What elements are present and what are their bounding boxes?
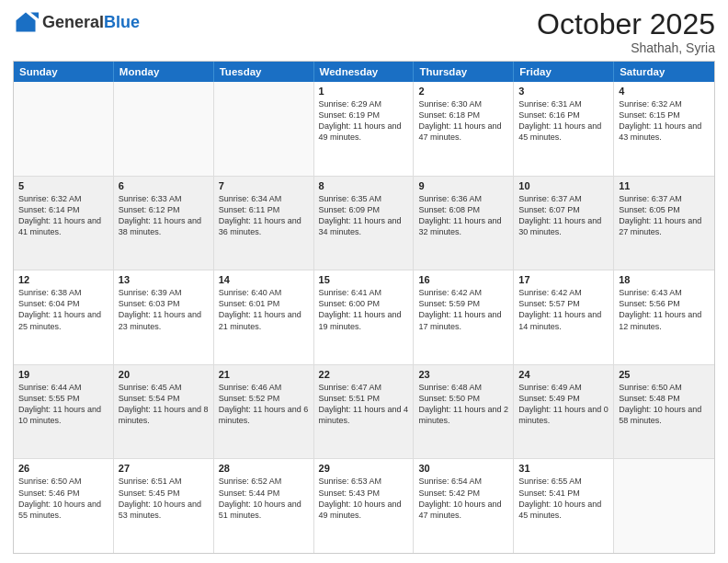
day-number: 21 <box>219 369 309 380</box>
cell-info: Sunrise: 6:30 AM Sunset: 6:18 PM Dayligh… <box>418 98 508 144</box>
day-number: 9 <box>418 180 508 191</box>
calendar-cell: 8Sunrise: 6:35 AM Sunset: 6:09 PM Daylig… <box>314 177 415 270</box>
calendar-cell: 30Sunrise: 6:54 AM Sunset: 5:42 PM Dayli… <box>414 459 514 553</box>
calendar-cell: 12Sunrise: 6:38 AM Sunset: 6:04 PM Dayli… <box>14 270 114 364</box>
header-saturday: Saturday <box>614 62 714 82</box>
day-number: 11 <box>619 180 710 191</box>
calendar-cell: 13Sunrise: 6:39 AM Sunset: 6:03 PM Dayli… <box>114 270 214 364</box>
day-number: 28 <box>219 463 309 474</box>
day-number: 5 <box>18 180 108 191</box>
calendar-cell: 3Sunrise: 6:31 AM Sunset: 6:16 PM Daylig… <box>514 82 614 176</box>
cell-info: Sunrise: 6:48 AM Sunset: 5:50 PM Dayligh… <box>418 382 508 427</box>
calendar-cell: 15Sunrise: 6:41 AM Sunset: 6:00 PM Dayli… <box>314 270 415 364</box>
cell-info: Sunrise: 6:44 AM Sunset: 5:55 PM Dayligh… <box>18 382 108 427</box>
location: Shathah, Syria <box>537 40 715 55</box>
calendar-cell: 23Sunrise: 6:48 AM Sunset: 5:50 PM Dayli… <box>414 365 514 459</box>
calendar-cell <box>614 459 714 553</box>
calendar-cell: 18Sunrise: 6:43 AM Sunset: 5:56 PM Dayli… <box>614 270 714 364</box>
cell-info: Sunrise: 6:31 AM Sunset: 6:16 PM Dayligh… <box>518 98 609 144</box>
day-number: 1 <box>319 86 409 97</box>
logo-icon <box>13 9 39 35</box>
day-number: 7 <box>219 180 309 191</box>
calendar-cell <box>214 82 314 176</box>
calendar-cell: 24Sunrise: 6:49 AM Sunset: 5:49 PM Dayli… <box>514 365 614 459</box>
logo-general-text: General <box>42 13 104 31</box>
calendar: Sunday Monday Tuesday Wednesday Thursday… <box>13 61 715 554</box>
cell-info: Sunrise: 6:37 AM Sunset: 6:07 PM Dayligh… <box>518 193 609 238</box>
day-number: 17 <box>518 274 609 285</box>
day-number: 22 <box>319 369 409 380</box>
cell-info: Sunrise: 6:43 AM Sunset: 5:56 PM Dayligh… <box>619 287 710 332</box>
cell-info: Sunrise: 6:42 AM Sunset: 5:59 PM Dayligh… <box>418 287 508 332</box>
header-tuesday: Tuesday <box>214 62 314 82</box>
cell-info: Sunrise: 6:41 AM Sunset: 6:00 PM Dayligh… <box>319 287 409 332</box>
header-wednesday: Wednesday <box>314 62 415 82</box>
header-friday: Friday <box>514 62 614 82</box>
calendar-row: 19Sunrise: 6:44 AM Sunset: 5:55 PM Dayli… <box>14 365 714 460</box>
day-number: 12 <box>18 274 108 285</box>
calendar-cell <box>114 82 214 176</box>
cell-info: Sunrise: 6:45 AM Sunset: 5:54 PM Dayligh… <box>119 382 209 427</box>
month-title: October 2025 <box>537 9 715 39</box>
cell-info: Sunrise: 6:36 AM Sunset: 6:08 PM Dayligh… <box>418 193 508 238</box>
cell-info: Sunrise: 6:46 AM Sunset: 5:52 PM Dayligh… <box>219 382 309 427</box>
calendar-body: 1Sunrise: 6:29 AM Sunset: 6:19 PM Daylig… <box>14 82 714 553</box>
calendar-cell: 6Sunrise: 6:33 AM Sunset: 6:12 PM Daylig… <box>114 177 214 270</box>
cell-info: Sunrise: 6:54 AM Sunset: 5:42 PM Dayligh… <box>418 476 508 521</box>
calendar-cell: 25Sunrise: 6:50 AM Sunset: 5:48 PM Dayli… <box>614 365 714 459</box>
calendar-cell: 4Sunrise: 6:32 AM Sunset: 6:15 PM Daylig… <box>614 82 714 176</box>
day-number: 15 <box>319 274 409 285</box>
cell-info: Sunrise: 6:35 AM Sunset: 6:09 PM Dayligh… <box>319 193 409 238</box>
calendar-row: 5Sunrise: 6:32 AM Sunset: 6:14 PM Daylig… <box>14 177 714 271</box>
day-number: 14 <box>219 274 309 285</box>
cell-info: Sunrise: 6:50 AM Sunset: 5:48 PM Dayligh… <box>619 382 710 427</box>
calendar-cell: 1Sunrise: 6:29 AM Sunset: 6:19 PM Daylig… <box>314 82 415 176</box>
cell-info: Sunrise: 6:55 AM Sunset: 5:41 PM Dayligh… <box>518 476 609 521</box>
calendar-cell: 28Sunrise: 6:52 AM Sunset: 5:44 PM Dayli… <box>214 459 314 553</box>
day-number: 3 <box>518 86 609 97</box>
header-thursday: Thursday <box>414 62 514 82</box>
cell-info: Sunrise: 6:29 AM Sunset: 6:19 PM Dayligh… <box>319 98 409 144</box>
header-sunday: Sunday <box>14 62 114 82</box>
cell-info: Sunrise: 6:34 AM Sunset: 6:11 PM Dayligh… <box>219 193 309 238</box>
calendar-cell: 10Sunrise: 6:37 AM Sunset: 6:07 PM Dayli… <box>514 177 614 270</box>
calendar-cell: 7Sunrise: 6:34 AM Sunset: 6:11 PM Daylig… <box>214 177 314 270</box>
day-number: 29 <box>319 463 409 474</box>
title-block: October 2025 Shathah, Syria <box>537 9 715 55</box>
day-number: 27 <box>119 463 209 474</box>
day-number: 24 <box>518 369 609 380</box>
header-monday: Monday <box>114 62 214 82</box>
day-number: 31 <box>518 463 609 474</box>
day-number: 16 <box>418 274 508 285</box>
day-number: 2 <box>418 86 508 97</box>
day-number: 18 <box>619 274 710 285</box>
cell-info: Sunrise: 6:51 AM Sunset: 5:45 PM Dayligh… <box>119 476 209 521</box>
calendar-cell: 19Sunrise: 6:44 AM Sunset: 5:55 PM Dayli… <box>14 365 114 459</box>
calendar-cell: 22Sunrise: 6:47 AM Sunset: 5:51 PM Dayli… <box>314 365 415 459</box>
cell-info: Sunrise: 6:37 AM Sunset: 6:05 PM Dayligh… <box>619 193 710 238</box>
day-number: 10 <box>518 180 609 191</box>
calendar-cell: 2Sunrise: 6:30 AM Sunset: 6:18 PM Daylig… <box>414 82 514 176</box>
calendar-row: 26Sunrise: 6:50 AM Sunset: 5:46 PM Dayli… <box>14 459 714 553</box>
header: GeneralBlue October 2025 Shathah, Syria <box>13 9 715 55</box>
logo-blue-text: Blue <box>104 13 140 31</box>
calendar-row: 1Sunrise: 6:29 AM Sunset: 6:19 PM Daylig… <box>14 82 714 177</box>
svg-marker-0 <box>17 13 36 32</box>
day-number: 23 <box>418 369 508 380</box>
day-number: 25 <box>619 369 710 380</box>
calendar-cell: 31Sunrise: 6:55 AM Sunset: 5:41 PM Dayli… <box>514 459 614 553</box>
cell-info: Sunrise: 6:50 AM Sunset: 5:46 PM Dayligh… <box>18 476 108 521</box>
cell-info: Sunrise: 6:47 AM Sunset: 5:51 PM Dayligh… <box>319 382 409 427</box>
calendar-cell: 20Sunrise: 6:45 AM Sunset: 5:54 PM Dayli… <box>114 365 214 459</box>
calendar-cell: 9Sunrise: 6:36 AM Sunset: 6:08 PM Daylig… <box>414 177 514 270</box>
day-number: 4 <box>619 86 710 97</box>
day-number: 6 <box>119 180 209 191</box>
cell-info: Sunrise: 6:39 AM Sunset: 6:03 PM Dayligh… <box>119 287 209 332</box>
day-number: 30 <box>418 463 508 474</box>
calendar-cell: 17Sunrise: 6:42 AM Sunset: 5:57 PM Dayli… <box>514 270 614 364</box>
cell-info: Sunrise: 6:40 AM Sunset: 6:01 PM Dayligh… <box>219 287 309 332</box>
cell-info: Sunrise: 6:38 AM Sunset: 6:04 PM Dayligh… <box>18 287 108 332</box>
calendar-cell: 11Sunrise: 6:37 AM Sunset: 6:05 PM Dayli… <box>614 177 714 270</box>
cell-info: Sunrise: 6:53 AM Sunset: 5:43 PM Dayligh… <box>319 476 409 521</box>
day-number: 20 <box>119 369 209 380</box>
